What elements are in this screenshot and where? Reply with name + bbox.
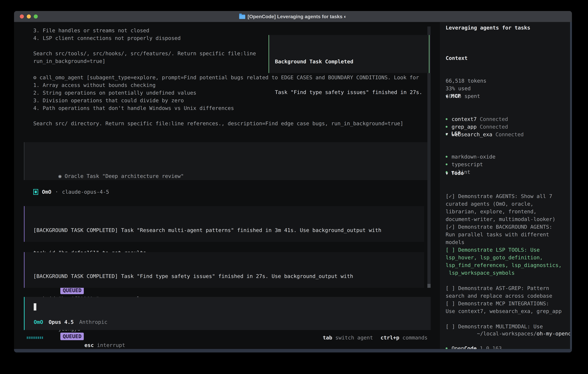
- text-line: lsp_find_references, lsp_diagnostics,: [446, 261, 562, 269]
- record-icon: ◉: [58, 173, 62, 179]
- window-bottom-bar: [14, 349, 572, 353]
- text-line: 1. Array access without bounds checking: [33, 81, 419, 89]
- oracle-task-panel: ◉ Oracle Task "Deep architecture review"…: [24, 142, 428, 180]
- input-model: Opus 4.5: [49, 318, 74, 326]
- input-meta: OmO Opus 4.5 Anthropic: [34, 318, 107, 326]
- status-bar: esc interrupt tab switch agent ctrl+p co…: [24, 334, 428, 342]
- terminal-window: [OpenCode] Leveraging agents for tasks ◐…: [14, 11, 572, 353]
- version-line: OpenCode 1.0.163: [446, 330, 502, 349]
- text-line: [33, 42, 256, 50]
- text-line: [ ] Demonstrate AST-GREP: Pattern: [446, 284, 562, 292]
- toast-body: Task "Find type safety issues" finished …: [275, 89, 429, 96]
- task-message-line: [BACKGROUND TASK COMPLETED] Task "Resear…: [33, 227, 424, 234]
- esc-label: interrupt: [97, 342, 125, 348]
- text-line: [33, 112, 419, 120]
- text-line: lsp_workspace_symbols: [446, 269, 562, 277]
- text-line: [✓] Demonstrate BACKGROUND AGENTS:: [446, 223, 562, 231]
- esc-hint: esc interrupt: [59, 334, 125, 349]
- text-line: models: [446, 238, 562, 246]
- text-line: [ ] Demonstrate MCP INTEGRATIONS:: [446, 300, 562, 307]
- text-line: run_in_background=true]: [33, 57, 256, 65]
- text-line: 4. LSP client connections not properly d…: [33, 34, 256, 42]
- activity-dot-icon: [27, 337, 28, 339]
- activity-dots: [27, 337, 43, 339]
- terminal-content: 3. File handles or streams not closed4. …: [14, 22, 572, 349]
- esc-key: esc: [84, 342, 94, 348]
- chat-log-top: 3. File handles or streams not closed4. …: [33, 27, 256, 65]
- activity-dot-icon: [42, 337, 43, 339]
- chevron-down-icon: ▼: [446, 94, 448, 99]
- agent-model: claude-opus-4-5: [62, 188, 109, 196]
- keyboard-hints: tab switch agent ctrl+p commands: [323, 334, 428, 342]
- window-right-border: [570, 22, 572, 349]
- toast-title: Background Task Completed: [275, 58, 429, 65]
- input-provider: Anthropic: [79, 318, 107, 326]
- text-line: librarian, explore, frontend,: [446, 208, 562, 215]
- background-task-toast: Background Task Completed Task "Find typ…: [269, 35, 430, 73]
- activity-dot-icon: [32, 337, 33, 339]
- agent-avatar-icon: [33, 189, 38, 195]
- sidebar: Leveraging agents for tasks Context 66,5…: [440, 22, 570, 349]
- text-line: 3. File handles or streams not closed: [33, 27, 256, 34]
- text-line: [✓] Demonstrate AGENTS: Show all 7: [446, 192, 562, 200]
- text-line: [446, 277, 562, 284]
- text-line: curated agents (OmO, oracle,: [446, 200, 562, 208]
- text-cursor: [34, 303, 36, 311]
- todo-heading[interactable]: ▼Todo: [446, 169, 562, 177]
- folder-icon: [239, 15, 245, 19]
- agent-name: OmO: [42, 188, 51, 196]
- separator: ·: [55, 188, 58, 196]
- task-completed-card: [BACKGROUND TASK COMPLETED] Task "Resear…: [24, 206, 424, 242]
- text-line: search and replace across codebase: [446, 292, 562, 300]
- chevron-down-icon: ▼: [446, 171, 448, 176]
- activity-dot-icon: [38, 337, 39, 339]
- text-line: Run parallel tasks with different: [446, 231, 562, 238]
- task-message-line: [BACKGROUND TASK COMPLETED] Task "Find t…: [33, 272, 424, 280]
- text-line: Search src/ directory. Return specific f…: [33, 120, 419, 127]
- activity-dot-icon: [34, 337, 35, 339]
- chat-scrollbar-thumb[interactable]: [427, 284, 430, 288]
- activity-dot-icon: [29, 337, 30, 339]
- input-agent-name: OmO: [34, 318, 43, 326]
- titlebar: [OpenCode] Leveraging agents for tasks ◐: [14, 11, 572, 22]
- prompt-input[interactable]: OmO Opus 4.5 Anthropic: [24, 297, 431, 330]
- text-line: lsp_hover, lsp_goto_definition,: [446, 254, 562, 261]
- chevron-down-icon: ▼: [446, 132, 448, 136]
- tab-hint: tab switch agent: [323, 334, 373, 342]
- task-completed-card: [BACKGROUND TASK COMPLETED] Task "Find t…: [24, 252, 424, 288]
- window-title: [OpenCode] Leveraging agents for tasks ◐: [248, 11, 347, 22]
- activity-dot-icon: [36, 337, 37, 339]
- app-version: OpenCode 1.0.163: [452, 344, 502, 349]
- context-heading: Context: [446, 54, 486, 62]
- mcp-heading[interactable]: ▼MCP: [446, 92, 524, 100]
- text-line: [ ] Demonstrate LSP TOOLS: Use: [446, 246, 562, 254]
- oracle-task-title: ◉ Oracle Task "Deep architecture review": [33, 165, 428, 187]
- lsp-heading[interactable]: ▼LSP: [446, 130, 495, 138]
- session-title: Leveraging agents for tasks: [446, 24, 530, 31]
- agent-session-header[interactable]: OmO · claude-opus-4-5: [33, 188, 109, 196]
- text-line: Search src/tools/, src/hooks/, src/featu…: [33, 50, 256, 57]
- commands-hint: ctrl+p commands: [380, 334, 428, 342]
- window-title-wrap: [OpenCode] Leveraging agents for tasks ◐: [14, 11, 572, 22]
- activity-dot-icon: [31, 337, 32, 339]
- activity-dot-icon: [40, 337, 41, 339]
- text-line: document-writer, multimodal-looker): [446, 215, 562, 223]
- status-dot-icon: [446, 347, 448, 349]
